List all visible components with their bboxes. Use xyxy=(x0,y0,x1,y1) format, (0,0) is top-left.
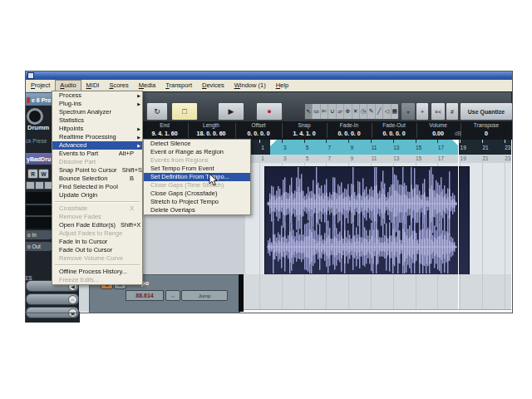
stop-button[interactable]: □ xyxy=(171,102,198,121)
menubar-item-midi[interactable]: MIDI xyxy=(81,80,105,91)
range-selection-tool[interactable]: ▭ xyxy=(313,104,320,119)
draw-tool[interactable]: ✎ xyxy=(367,104,375,119)
ruler-tick xyxy=(416,140,416,143)
project-cursor[interactable] xyxy=(458,140,459,309)
tempo-range-icon[interactable]: ↔ xyxy=(165,290,180,301)
grid-type-button[interactable]: # xyxy=(446,102,459,121)
menu-item-close-gaps-crossfade[interactable]: Close Gaps (Crossfade) xyxy=(144,190,250,198)
use-quantize-button[interactable]: Use Quantize xyxy=(460,102,513,121)
left-locator-icon[interactable] xyxy=(270,140,277,146)
inspector-mini-button-1[interactable] xyxy=(26,181,35,190)
tempo-value[interactable]: 88.614 xyxy=(126,290,164,301)
menu-item-find-selected-in-pool[interactable]: Find Selected in Pool xyxy=(52,183,142,191)
menu-item-plug-ins[interactable]: Plug-ins▶ xyxy=(52,100,142,108)
menu-item-spectrum-analyzer[interactable]: Spectrum Analyzer xyxy=(52,108,142,116)
menu-item-offline-process-history[interactable]: Offline Process History... xyxy=(52,268,142,276)
time-warp-tool[interactable]: ◷ xyxy=(360,104,367,119)
project-tab-icon xyxy=(27,97,30,103)
infoline-value-transpose[interactable]: 0 xyxy=(485,131,488,136)
menu-item-set-tempo-from-event[interactable]: Set Tempo From Event xyxy=(144,165,250,173)
menu-item-hitpoints[interactable]: Hitpoints▶ xyxy=(52,125,142,133)
grid-line xyxy=(416,274,416,309)
audio-input-routing[interactable]: o In xyxy=(25,230,53,239)
menu-item-detect-silence[interactable]: Detect Silence xyxy=(144,140,250,148)
inspector-slider-2[interactable]: ∩ xyxy=(26,293,79,305)
menu-item-bounce-selection[interactable]: Bounce SelectionB xyxy=(52,175,142,183)
line-tool[interactable]: ╱ xyxy=(376,104,383,119)
zoom-tool[interactable]: ⊕ xyxy=(344,104,352,119)
ruler-bar-number: 13 xyxy=(393,145,399,150)
menu-item-open-fade-editor-s[interactable]: Open Fade Editor(s)Shift+X xyxy=(52,221,142,229)
play-button[interactable]: ▶ xyxy=(218,102,244,121)
menubar-item-project[interactable]: Project xyxy=(26,80,55,91)
menu-item-set-definition-from-tempo[interactable]: Set Definition From Tempo... xyxy=(144,173,250,181)
inspector-mini-button-2[interactable] xyxy=(35,181,44,190)
infoline-value-end[interactable]: 9. 4. 1. 60 xyxy=(151,131,177,136)
menu-item-stretch-to-project-tempo[interactable]: Stretch to Project Tempo xyxy=(144,198,250,206)
mute-tool[interactable]: ✕ xyxy=(352,104,360,119)
snap-cross-button[interactable]: + xyxy=(416,102,429,121)
ruler-tick xyxy=(460,140,461,143)
inspector-selected-item[interactable]: yBadDru xyxy=(25,153,55,165)
menubar-item-audio[interactable]: Audio xyxy=(55,80,81,91)
ruler-bar-number: 11 xyxy=(372,145,377,150)
menu-item-realtime-processing[interactable]: Realtime Processing▶ xyxy=(52,133,142,141)
menu-item-update-origin[interactable]: Update Origin xyxy=(52,191,142,200)
glue-tool[interactable]: ∪ xyxy=(328,104,336,119)
snap-cross-icon: + xyxy=(421,109,424,115)
menubar-item-media[interactable]: Media xyxy=(134,80,160,91)
infoline-value-fade-out[interactable]: 0. 0. 0. 0 xyxy=(382,131,405,136)
read-automation-button[interactable]: R xyxy=(27,169,38,179)
record-button[interactable]: ● xyxy=(256,102,283,121)
project-tab-label: e 6 Pro xyxy=(32,97,51,103)
audio-output-routing[interactable]: o Out xyxy=(25,242,53,251)
infoline-value-volume[interactable]: 0.00 xyxy=(432,131,444,136)
cycle-button[interactable]: ↻ xyxy=(146,102,168,121)
tempo-jump-button[interactable]: Jump xyxy=(181,290,228,301)
menu-item-process[interactable]: Process▶ xyxy=(52,91,142,100)
menubar-item-scores[interactable]: Scores xyxy=(104,80,133,91)
infoline-value-offset[interactable]: 0. 0. 0. 0 xyxy=(247,131,269,136)
ruler-tick xyxy=(482,140,483,143)
erase-tool[interactable]: ▱ xyxy=(337,104,344,119)
split-tool[interactable]: ✄ xyxy=(321,104,328,119)
ruler-bar-number: 7 xyxy=(328,145,332,150)
write-automation-button[interactable]: W xyxy=(38,169,49,179)
menubar-item-help[interactable]: Help xyxy=(271,80,293,91)
infoline-value-fade-in[interactable]: 0. 0. 0. 0 xyxy=(337,131,360,136)
menu-item-fade-in-to-cursor[interactable]: Fade In to Cursor xyxy=(52,238,142,246)
menubar-item-transport[interactable]: Transport xyxy=(160,80,197,91)
ruler-tick xyxy=(437,140,438,143)
tempo-lane[interactable] xyxy=(244,274,511,310)
menu-item-fade-out-to-cursor[interactable]: Fade Out to Cursor xyxy=(52,246,142,254)
cube-icon[interactable]: ▣ xyxy=(68,308,77,318)
menubar-item-devices[interactable]: Devices xyxy=(197,80,229,91)
infoline-value-snap[interactable]: 1. 4. 1. 0 xyxy=(293,131,315,136)
grid-line xyxy=(348,274,349,309)
infoline-label-fade-out: Fade-Out xyxy=(382,122,405,128)
menu-item-delete-overlaps[interactable]: Delete Overlaps xyxy=(144,206,250,214)
object-selection-tool[interactable]: ↖ xyxy=(305,104,313,119)
waveform xyxy=(265,167,467,273)
locator-range[interactable] xyxy=(270,140,459,155)
inspector-knob[interactable] xyxy=(27,108,43,125)
monitor-icon[interactable]: ∩ xyxy=(68,295,77,304)
snap-type-button[interactable]: ×< xyxy=(431,102,446,121)
color-tool[interactable]: ▦ xyxy=(392,104,398,119)
submenu-arrow-icon: ▶ xyxy=(137,125,140,133)
scrub-tool[interactable]: ◁ xyxy=(383,104,391,119)
menu-item-advanced[interactable]: Advanced▶ xyxy=(52,141,142,150)
track-preset-label[interactable]: ck Prese xyxy=(26,138,47,144)
infoline-label-snap: Snap xyxy=(298,122,310,128)
inspector-slider-3[interactable]: ▣ xyxy=(26,307,79,318)
ruler-bar-number: 3 xyxy=(283,145,287,150)
menu-item-statistics[interactable]: Statistics xyxy=(52,116,142,125)
menu-item-snap-point-to-cursor[interactable]: Snap Point to CursorShift+S xyxy=(52,166,142,175)
audio-event[interactable] xyxy=(264,166,470,276)
menubar-item-window-1[interactable]: Window (1) xyxy=(229,80,271,91)
infoline-label-end: End xyxy=(160,122,170,128)
menu-item-events-to-part[interactable]: Events to PartAlt+P xyxy=(52,150,142,158)
infoline-value-length[interactable]: 18. 0. 0. 60 xyxy=(196,131,225,136)
menu-item-event-or-range-as-region[interactable]: Event or Range as Region xyxy=(144,148,250,156)
autoscroll-dropdown: ▾ xyxy=(401,102,416,121)
